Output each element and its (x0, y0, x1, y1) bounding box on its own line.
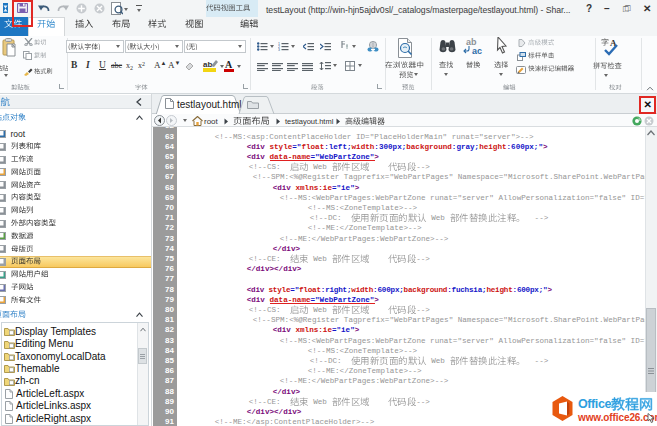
svg-text:3: 3 (278, 48, 280, 51)
